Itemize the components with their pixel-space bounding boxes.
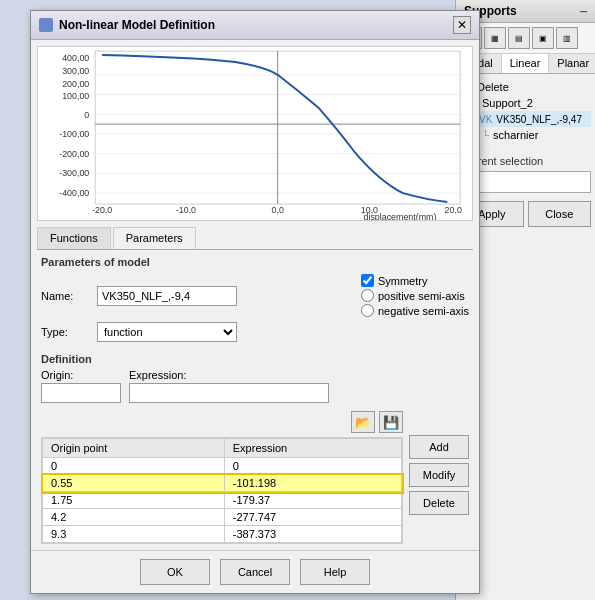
name-label: Name: [41,290,91,302]
expression-input[interactable] [129,383,329,403]
tab-linear[interactable]: Linear [502,54,550,73]
toolbar-btn-4[interactable]: ▣ [532,27,554,49]
table-row[interactable]: 9.3-387.373 [43,526,402,543]
table-icon-save[interactable]: 💾 [379,411,403,433]
tree-item-label: Delete [477,81,509,93]
name-input[interactable] [97,286,237,306]
dialog-icon [39,18,53,32]
modify-button[interactable]: Modify [409,463,469,487]
dialog-tabs: Functions Parameters [37,227,473,250]
tab-functions[interactable]: Functions [37,227,111,249]
cell-origin: 9.3 [43,526,225,543]
negative-radio[interactable] [361,304,374,317]
svg-text:-300,00: -300,00 [59,168,89,178]
dialog-titlebar: Non-linear Model Definition ✕ [31,11,479,40]
table-container: 📂 💾 Origin point Expression 000.55-101.1… [41,411,403,544]
add-button[interactable]: Add [409,435,469,459]
supports-minimize[interactable]: ─ [580,6,587,17]
params-title: Parameters of model [41,256,469,268]
table-icon-open[interactable]: 📂 [351,411,375,433]
toolbar-btn-3[interactable]: ▤ [508,27,530,49]
origin-expression-row: Origin: Expression: [41,369,469,403]
close-button[interactable]: Close [528,201,592,227]
origin-group: Origin: [41,369,121,403]
help-button[interactable]: Help [300,559,370,585]
type-select[interactable]: function table [97,322,237,342]
toolbar-btn-5[interactable]: ▥ [556,27,578,49]
symmetry-label: Symmetry [378,275,428,287]
table-section: 📂 💾 Origin point Expression 000.55-101.1… [31,411,479,550]
delete-row-button[interactable]: Delete [409,491,469,515]
table-row[interactable]: 00 [43,458,402,475]
tab-planar[interactable]: Planar [549,54,595,73]
svg-text:400,00: 400,00 [62,53,89,63]
vk-icon: VK [479,114,492,125]
cell-expression: 0 [224,458,401,475]
svg-text:-100,00: -100,00 [59,129,89,139]
negative-label: negative semi-axis [378,305,469,317]
nonlinear-dialog: Non-linear Model Definition ✕ 400,00 300… [30,10,480,594]
svg-text:-400,00: -400,00 [59,188,89,198]
definition-section: Definition Origin: Expression: [31,353,479,411]
table-row[interactable]: 0.55-101.198 [43,475,402,492]
svg-text:300,00: 300,00 [62,66,89,76]
svg-text:-10,0: -10,0 [176,205,196,215]
col-expression: Expression [224,439,401,458]
svg-text:-200,00: -200,00 [59,149,89,159]
ok-button[interactable]: OK [140,559,210,585]
side-buttons: Add Modify Delete [409,411,469,544]
svg-text:100,00: 100,00 [62,91,89,101]
tree-item-label: VK350_NLF_,-9,47 [496,114,582,125]
name-row: Name: Symmetry positive semi-axis negati… [41,274,469,317]
chart-svg: 400,00 300,00 200,00 100,00 0 -100,00 -2… [38,47,472,220]
symmetry-row: Symmetry [361,274,469,287]
definition-label: Definition [41,353,469,365]
cell-expression: -101.198 [224,475,401,492]
chart-area: 400,00 300,00 200,00 100,00 0 -100,00 -2… [37,46,473,221]
positive-radio[interactable] [361,289,374,302]
dialog-title-text: Non-linear Model Definition [59,18,215,32]
cell-expression: -179.37 [224,492,401,509]
cancel-button[interactable]: Cancel [220,559,290,585]
type-row: Type: function table [41,322,469,342]
tree-item-label: scharnier [493,129,538,141]
toolbar-btn-2[interactable]: ▦ [484,27,506,49]
cell-origin: 4.2 [43,509,225,526]
svg-text:displacement(mm): displacement(mm) [363,212,436,220]
cell-expression: -277.747 [224,509,401,526]
params-section: Parameters of model Name: Symmetry posit… [31,250,479,353]
tab-parameters[interactable]: Parameters [113,227,196,249]
cell-origin: 1.75 [43,492,225,509]
cell-expression: -387.373 [224,526,401,543]
cell-origin: 0 [43,458,225,475]
svg-text:0,0: 0,0 [272,205,284,215]
positive-semi-row: positive semi-axis [361,289,469,302]
origin-input[interactable] [41,383,121,403]
branch-icon: └ [482,130,489,141]
dialog-close-button[interactable]: ✕ [453,16,471,34]
svg-text:0: 0 [84,110,89,120]
svg-text:20,0: 20,0 [445,205,462,215]
cell-origin: 0.55 [43,475,225,492]
symmetry-group: Symmetry positive semi-axis negative sem… [361,274,469,317]
type-label: Type: [41,326,91,338]
expression-label: Expression: [129,369,329,381]
expression-group: Expression: [129,369,329,403]
dialog-title: Non-linear Model Definition [39,18,215,32]
table-icons: 📂 💾 [41,411,403,433]
svg-text:200,00: 200,00 [62,79,89,89]
table-row[interactable]: 1.75-179.37 [43,492,402,509]
col-origin: Origin point [43,439,225,458]
svg-text:-20,0: -20,0 [92,205,112,215]
origin-label: Origin: [41,369,121,381]
positive-label: positive semi-axis [378,290,465,302]
tree-item-label: Support_2 [482,97,533,109]
symmetry-checkbox[interactable] [361,274,374,287]
dialog-footer: OK Cancel Help [31,550,479,593]
negative-semi-row: negative semi-axis [361,304,469,317]
data-table: Origin point Expression 000.55-101.1981.… [41,437,403,544]
table-row[interactable]: 4.2-277.747 [43,509,402,526]
